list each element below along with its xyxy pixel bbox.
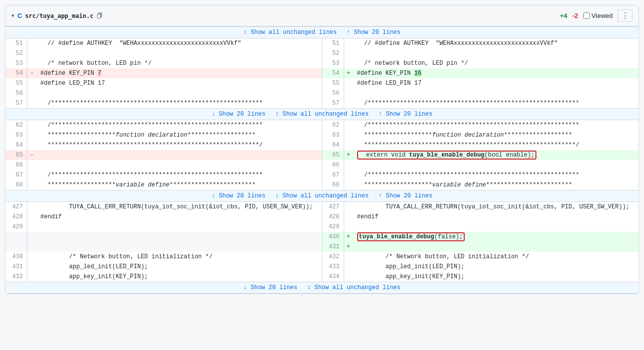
line-number: 51 xyxy=(5,38,27,48)
show-all-mid1[interactable]: ↕ Show all unchanged lines xyxy=(275,111,369,118)
line-code: app_led_init(LED_PIN); xyxy=(353,262,639,272)
line-sign xyxy=(27,160,36,170)
line-code: /***************************************… xyxy=(353,170,639,180)
table-row: 51 // #define AUTHKEY "WEHAxxxxxxxxxxxxx… xyxy=(322,38,639,48)
line-number: 62 xyxy=(322,120,344,130)
table-row xyxy=(5,232,322,242)
show-20-down-bottom[interactable]: ↓ Show 20 lines xyxy=(244,284,297,291)
table-row: 53 /* network button, LED pin */ xyxy=(5,58,322,68)
line-number: 429 xyxy=(5,222,27,232)
table-row: 432 app_key_init(KEY_PIN); xyxy=(5,272,322,282)
line-sign: + xyxy=(344,68,353,78)
line-number: 52 xyxy=(5,48,27,58)
diff-container: ▾ C src/tuya_app_main.c 🗍 +4 -2 Viewed ⋮… xyxy=(5,5,639,294)
line-number: 67 xyxy=(322,170,344,180)
table-row: 66 xyxy=(5,160,322,170)
line-sign xyxy=(344,130,353,140)
diff-right-3: 427 TUYA_CALL_ERR_RETURN(tuya_iot_soc_in… xyxy=(322,202,639,282)
line-code: #endif xyxy=(353,212,639,222)
line-sign xyxy=(344,120,353,130)
table-row: 65 + extern void tuya_ble_enable_debug(b… xyxy=(322,150,639,160)
line-number: 51 xyxy=(322,38,344,48)
line-number: 427 xyxy=(5,202,27,212)
line-sign xyxy=(27,272,36,282)
table-row: 431 + xyxy=(322,242,639,252)
table-row: 55 #define LED_PIN 17 xyxy=(322,78,639,88)
line-sign xyxy=(344,252,353,262)
show-all-mid2[interactable]: ↕ Show all unchanged lines xyxy=(275,192,369,199)
table-row: 52 xyxy=(322,48,639,58)
line-number: 56 xyxy=(5,88,27,98)
viewed-input[interactable] xyxy=(583,12,590,19)
line-code: // #define AUTHKEY "WEHAxxxxxxxxxxxxxxxx… xyxy=(353,38,639,48)
line-number: 430 xyxy=(322,232,344,242)
show-20-up-mid2[interactable]: ↑ Show 20 lines xyxy=(379,192,432,199)
header-right: +4 -2 Viewed ⋮ xyxy=(560,9,633,22)
viewed-checkbox[interactable]: Viewed xyxy=(583,12,613,19)
line-code: /***************************************… xyxy=(36,120,322,130)
line-sign xyxy=(27,130,36,140)
line-sign xyxy=(344,272,353,282)
line-code: ****************************************… xyxy=(36,140,322,150)
line-code xyxy=(36,232,322,242)
show-20-up-mid1[interactable]: ↑ Show 20 lines xyxy=(379,111,432,118)
table-row: 64 *************************************… xyxy=(5,140,322,150)
show-20-down-mid1[interactable]: ↓ Show 20 lines xyxy=(212,111,265,118)
line-sign xyxy=(344,212,353,222)
line-number: 427 xyxy=(322,202,344,212)
line-number: 434 xyxy=(322,272,344,282)
table-row: 64 *************************************… xyxy=(322,140,639,150)
line-code: #define KEY_PIN 7 xyxy=(36,68,322,78)
show-all-unchanged-top[interactable]: ↕ Show all unchanged lines xyxy=(244,29,337,36)
show-20-down-mid2[interactable]: ↓ Show 20 lines xyxy=(212,192,265,199)
line-sign: + xyxy=(344,242,353,252)
table-row: 57 /************************************… xyxy=(5,98,322,108)
diff-body: ↕ Show all unchanged lines ↑ Show 20 lin… xyxy=(5,26,639,294)
table-row: 430 /* Network button, LED initializatio… xyxy=(5,252,322,262)
line-code: /* network button, LED pin */ xyxy=(353,58,639,68)
line-number: 433 xyxy=(322,262,344,272)
line-number: 62 xyxy=(5,120,27,130)
show-20-lines-top[interactable]: ↑ Show 20 lines xyxy=(347,29,400,36)
table-row: 62 /************************************… xyxy=(5,120,322,130)
line-sign xyxy=(27,140,36,150)
line-number: 63 xyxy=(5,130,27,140)
line-code: #define LED_PIN 17 xyxy=(36,78,322,88)
collapse-chevron-icon[interactable]: ▾ xyxy=(11,12,14,19)
line-code: *******************function declaration*… xyxy=(353,130,639,140)
line-code xyxy=(353,222,639,232)
more-options-icon[interactable]: ⋮ xyxy=(618,9,633,22)
table-row: 432 /* Network button, LED initializatio… xyxy=(322,252,639,262)
line-sign xyxy=(344,48,353,58)
table-row: 68 *******************variable define***… xyxy=(5,180,322,190)
line-code xyxy=(36,242,322,252)
line-number: 67 xyxy=(5,170,27,180)
diff-right-1: 51 // #define AUTHKEY "WEHAxxxxxxxxxxxxx… xyxy=(322,38,639,108)
table-row: 54 + #define KEY_PIN 16 xyxy=(322,68,639,78)
line-number: 65 xyxy=(5,150,27,160)
line-code xyxy=(353,48,639,58)
line-sign xyxy=(344,140,353,150)
line-number: 431 xyxy=(322,242,344,252)
line-number: 57 xyxy=(322,98,344,108)
line-number: 428 xyxy=(5,212,27,222)
table-row: 63 *******************function declarati… xyxy=(5,130,322,140)
table-row: 67 /************************************… xyxy=(322,170,639,180)
line-sign xyxy=(27,98,36,108)
line-code: /***************************************… xyxy=(36,98,322,108)
show-all-bottom[interactable]: ↕ Show all unchanged lines xyxy=(307,284,400,291)
file-type-icon: C xyxy=(17,12,22,19)
line-number: 52 xyxy=(322,48,344,58)
line-sign xyxy=(344,170,353,180)
table-row xyxy=(5,242,322,252)
line-sign: - xyxy=(27,150,36,160)
table-row: 55 #define LED_PIN 17 xyxy=(5,78,322,88)
copy-icon[interactable]: 🗍 xyxy=(97,12,103,19)
diff-section-1: 51 // #define AUTHKEY "WEHAxxxxxxxxxxxxx… xyxy=(5,38,639,108)
line-sign xyxy=(27,180,36,190)
line-code: /* Network button, LED initialization */ xyxy=(353,252,639,262)
line-sign xyxy=(344,262,353,272)
line-code: extern void tuya_ble_enable_debug(bool e… xyxy=(353,150,639,160)
line-number: 53 xyxy=(5,58,27,68)
line-number: 68 xyxy=(5,180,27,190)
